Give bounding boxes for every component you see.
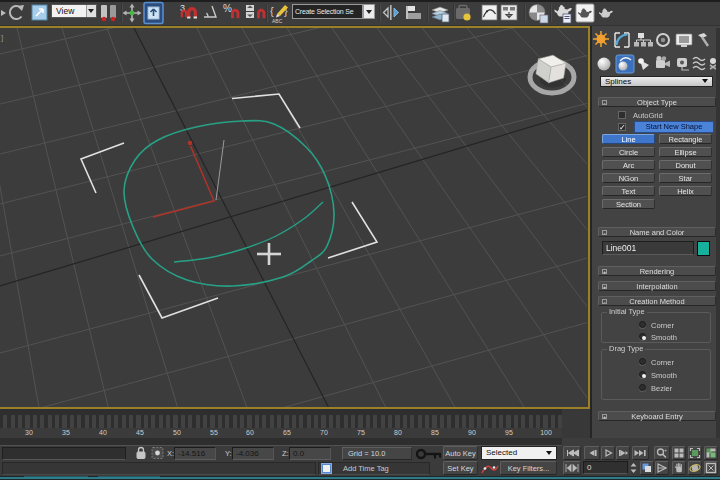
svg-text:%: % xyxy=(223,3,232,14)
svg-text:ABC: ABC xyxy=(272,18,283,24)
svg-text:+: + xyxy=(664,447,667,453)
svg-text:{: { xyxy=(270,5,274,17)
svg-text:]: ] xyxy=(1,33,3,42)
